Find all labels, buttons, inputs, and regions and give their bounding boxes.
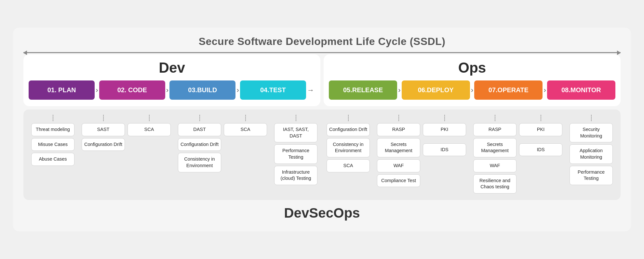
- plan-item-1: Threat modeling: [31, 123, 74, 136]
- dash-deploy2: [444, 115, 445, 121]
- col-build-sca: SCA: [222, 115, 268, 193]
- top-arrow: [23, 51, 621, 54]
- arrow-3: ›: [236, 86, 239, 94]
- col-code-sast: SAST Configuration Drift: [80, 115, 126, 193]
- dev-label: Dev: [29, 60, 315, 76]
- deploy-item-2: Secrets Management: [377, 138, 420, 157]
- dash-code2: [149, 115, 150, 121]
- phase-plan-btn[interactable]: 01. PLAN: [29, 80, 95, 100]
- col-deploy-pki: PKI IDS: [422, 115, 467, 193]
- dash-release: [348, 115, 349, 121]
- build-item-3: Consistency in Environment: [178, 153, 221, 172]
- main-title: Secure Software Development Life Cycle (…: [23, 36, 621, 48]
- test-item-2: Performance Testing: [274, 144, 317, 164]
- main-sep: [319, 115, 325, 193]
- col-build-dast: DAST Configuration Drift Consistency in …: [177, 115, 222, 193]
- sep4: [371, 115, 376, 193]
- arrow-6: ›: [543, 86, 546, 94]
- arrow-to-ops: →: [307, 86, 314, 94]
- dash-monitor: [591, 115, 592, 121]
- test-item-3: Infrastructure (cloud) Testing: [274, 166, 317, 185]
- col-code-sca: SCA: [126, 115, 172, 193]
- arrow-5: ›: [471, 86, 473, 94]
- arrow-4: ›: [398, 86, 400, 94]
- release-item-2: Consistency in Environment: [327, 138, 370, 157]
- phase-monitor-btn[interactable]: 08.MONITOR: [547, 80, 615, 100]
- sep3: [268, 115, 273, 193]
- operate-item-5: PKI: [519, 123, 562, 136]
- phase-build-btn[interactable]: 03.BUILD: [169, 80, 235, 100]
- monitor-item-2: Application Monitoring: [570, 144, 613, 164]
- code-item-2: Configuration Drift: [82, 138, 125, 151]
- col-deploy-rasp: RASP Secrets Management WAF Compliance T…: [376, 115, 422, 193]
- operate-item-2: Secrets Management: [473, 138, 517, 157]
- operate-item-3: WAF: [473, 159, 517, 172]
- plan-item-2: Misuse Cases: [31, 138, 74, 151]
- footer-label: DevSecOps: [23, 205, 621, 221]
- sep2: [172, 115, 177, 193]
- arrow-left: [23, 52, 322, 53]
- dash-plan: [53, 115, 53, 121]
- deploy-item-6: IDS: [423, 143, 466, 156]
- col-operate-rasp: RASP Secrets Management WAF Resilience a…: [472, 115, 518, 193]
- monitor-item-1: Security Monitoring: [570, 123, 613, 142]
- deploy-item-3: WAF: [377, 159, 420, 172]
- col-release: Configuration Drift Consistency in Envir…: [325, 115, 371, 193]
- operate-item-1: RASP: [473, 123, 517, 136]
- arrow-1: ›: [96, 86, 98, 94]
- phase-operate-btn[interactable]: 07.OPERATE: [474, 80, 543, 100]
- dash-build1: [199, 115, 200, 121]
- dash-test: [296, 115, 296, 121]
- bottom-section: Threat modeling Misuse Cases Abuse Cases…: [23, 109, 621, 200]
- sep5: [467, 115, 472, 193]
- test-item-1: IAST, SAST, DAST: [274, 123, 317, 142]
- phase-test-btn[interactable]: 04.TEST: [240, 80, 306, 100]
- deploy-item-5: PKI: [423, 123, 466, 136]
- col-operate-pki: PKI IDS: [518, 115, 564, 193]
- build-item-4: SCA: [224, 123, 267, 136]
- operate-item-6: IDS: [519, 143, 562, 156]
- phase-release-btn[interactable]: 05.RELEASE: [329, 80, 397, 100]
- main-container: Secure Software Development Life Cycle (…: [13, 28, 631, 231]
- dash-operate1: [495, 115, 495, 121]
- dev-ops-wrapper: Dev 01. PLAN › 02. CODE › 03.BUILD › 04.…: [23, 54, 621, 106]
- release-item-3: SCA: [327, 159, 370, 172]
- dash-operate2: [541, 115, 541, 121]
- ops-phases: 05.RELEASE › 06.DEPLOY › 07.OPERATE › 08…: [329, 80, 615, 100]
- plan-item-3: Abuse Cases: [31, 153, 74, 166]
- phase-deploy-btn[interactable]: 06.DEPLOY: [402, 80, 470, 100]
- operate-item-4: Resilience and Chaos testing: [473, 174, 517, 194]
- dev-phases: 01. PLAN › 02. CODE › 03.BUILD › 04.TEST…: [29, 80, 315, 100]
- build-item-1: DAST: [178, 123, 221, 136]
- code-item-1: SAST: [82, 123, 125, 136]
- arrow-right: [322, 52, 621, 53]
- dash-deploy1: [398, 115, 399, 121]
- deploy-item-1: RASP: [377, 123, 420, 136]
- ops-box: Ops 05.RELEASE › 06.DEPLOY › 07.OPERATE …: [324, 54, 621, 106]
- sep6: [564, 115, 568, 193]
- col-test: IAST, SAST, DAST Performance Testing Inf…: [273, 115, 319, 193]
- deploy-item-4: Compliance Test: [377, 174, 420, 187]
- dev-box: Dev 01. PLAN › 02. CODE › 03.BUILD › 04.…: [23, 54, 320, 106]
- release-item-1: Configuration Drift: [327, 123, 370, 136]
- phase-code-btn[interactable]: 02. CODE: [99, 80, 165, 100]
- code-item-3: SCA: [127, 123, 171, 136]
- col-plan: Threat modeling Misuse Cases Abuse Cases: [30, 115, 76, 193]
- dash-code1: [103, 115, 104, 121]
- dash-build2: [245, 115, 246, 121]
- sep1: [76, 115, 80, 193]
- col-monitor: Security Monitoring Application Monitori…: [568, 115, 614, 193]
- monitor-item-3: Performance Testing: [570, 166, 613, 185]
- bottom-grid: Threat modeling Misuse Cases Abuse Cases…: [30, 115, 614, 193]
- build-item-2: Configuration Drift: [178, 138, 221, 151]
- ops-label: Ops: [329, 60, 615, 76]
- arrow-2: ›: [166, 86, 168, 94]
